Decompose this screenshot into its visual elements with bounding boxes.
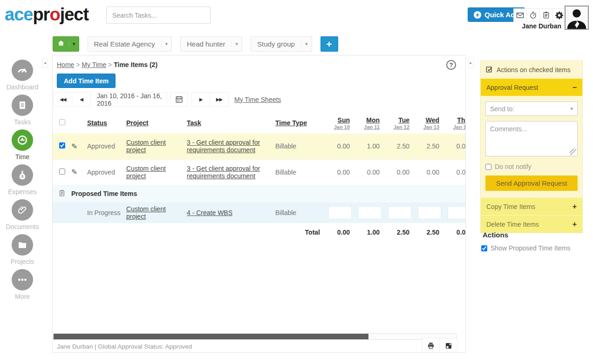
sidebar-item-tasks[interactable]: Tasks <box>0 94 45 126</box>
copy-time-items-title: Copy Time Items <box>486 203 535 210</box>
sidebar-item-dashboard[interactable]: Dashboard <box>0 60 45 91</box>
notes-icon[interactable] <box>540 9 553 21</box>
sidebar-item-projects[interactable]: Projects <box>0 234 45 265</box>
column-header-day[interactable]: TueJan 12 <box>383 112 413 134</box>
approval-request-header[interactable]: Approval Request − <box>481 79 582 96</box>
main-footer: Jane Durban | Global Approval Status: Ap… <box>53 340 465 352</box>
tab-study-group[interactable]: Study group ▾ <box>251 36 312 52</box>
proposed-time-row: In Progress Custom client project 4 - Cr… <box>53 202 465 223</box>
hours-cell: 0.00 <box>324 159 354 185</box>
column-header-status[interactable]: Status <box>87 112 126 134</box>
column-header-day[interactable]: WedJan 13 <box>413 112 443 134</box>
row-checkbox[interactable] <box>59 142 65 148</box>
hours-cell: 0.00 <box>443 159 465 185</box>
task-link[interactable]: 4 - Create WBS <box>187 209 232 216</box>
send-to-placeholder: Send to: <box>490 105 514 113</box>
table-header-row: Status Project Task Time Type SunJan 10 … <box>53 112 465 134</box>
sidebar-item-documents[interactable]: Documents <box>0 199 45 230</box>
sidebar-label: Tasks <box>0 118 45 126</box>
row-checkbox[interactable] <box>59 169 65 175</box>
send-to-select[interactable]: Send to: ▾ <box>485 101 578 116</box>
aceproject-logo: aceproject <box>5 5 89 25</box>
time-entry-input[interactable] <box>418 206 441 219</box>
prev-double-arrow-button[interactable]: ◀◀ <box>54 92 72 107</box>
breadcrumb-home-link[interactable]: Home <box>57 61 74 68</box>
sidebar-label: Dashboard <box>0 83 45 91</box>
select-all-checkbox[interactable] <box>59 119 65 125</box>
date-navigation: ◀◀ ◀ Jan 10, 2016 - Jan 16, 2016 ▶ ▶▶ My… <box>54 92 281 107</box>
tab-real-estate-agency[interactable]: Real Estate Agency ▾ <box>88 36 172 52</box>
collapse-right-arrow[interactable]: ▸ <box>468 58 474 68</box>
chevron-down-icon[interactable]: ▾ <box>232 41 242 47</box>
checked-actions-header: Actions on checked items <box>481 61 582 79</box>
date-range-display: Jan 10, 2016 - Jan 16, 2016 <box>96 92 167 107</box>
status-cell: Approved <box>87 159 126 185</box>
task-link[interactable]: 3 - Get client approval for requirements… <box>187 165 260 180</box>
my-time-sheets-link[interactable]: My Time Sheets <box>234 96 281 103</box>
copy-time-items-header[interactable]: Copy Time Items + <box>481 197 582 215</box>
time-entry-input[interactable] <box>448 206 465 219</box>
approval-request-title: Approval Request <box>486 84 538 91</box>
send-approval-request-button[interactable]: Send Approval Request <box>485 175 578 191</box>
timer-icon[interactable] <box>527 9 540 21</box>
edit-pencil-icon[interactable]: ✎ <box>71 168 77 176</box>
avatar[interactable] <box>565 6 589 30</box>
search-input[interactable] <box>106 7 211 24</box>
gear-icon[interactable] <box>553 9 566 21</box>
next-arrow-button[interactable]: ▶ <box>191 92 210 107</box>
add-time-item-button[interactable]: Add Time Item <box>57 74 116 88</box>
export-icon[interactable] <box>440 338 457 353</box>
home-tab-button[interactable]: ▾ <box>53 36 79 52</box>
column-header-project[interactable]: Project <box>126 112 187 134</box>
proposed-clipboard-icon <box>58 191 66 198</box>
sidebar-label: Documents <box>0 223 45 230</box>
mail-icon[interactable] <box>514 9 527 21</box>
tab-head-hunter[interactable]: Head hunter ▾ <box>180 36 242 52</box>
collapse-minus-icon[interactable]: − <box>573 83 577 92</box>
time-entry-input[interactable] <box>328 206 352 219</box>
show-proposed-checkbox[interactable] <box>481 245 487 251</box>
next-double-arrow-button[interactable]: ▶▶ <box>210 92 229 107</box>
time-entry-input[interactable] <box>358 206 382 219</box>
sidebar-item-expenses[interactable]: $ Expenses <box>0 164 45 195</box>
sidebar-item-time[interactable]: Time <box>0 129 45 161</box>
help-icon[interactable]: ? <box>446 60 456 70</box>
sidebar-item-more[interactable]: More <box>0 269 45 300</box>
proposed-section-header: Proposed Time Items <box>53 185 465 202</box>
plus-circle-icon: + <box>474 11 481 19</box>
edit-pencil-icon[interactable]: ✎ <box>71 142 77 150</box>
column-header-day[interactable]: MonJan 11 <box>354 112 383 134</box>
checked-actions-title: Actions on checked items <box>497 66 571 74</box>
do-not-notify-checkbox[interactable] <box>485 164 491 170</box>
time-entry-input[interactable] <box>388 206 411 219</box>
tab-label: Real Estate Agency <box>88 40 161 48</box>
comments-textarea[interactable] <box>485 121 578 156</box>
project-link[interactable]: Custom client project <box>126 165 166 180</box>
print-icon[interactable] <box>422 338 440 353</box>
expand-plus-icon[interactable]: + <box>573 220 577 229</box>
expand-plus-icon[interactable]: + <box>573 202 577 211</box>
chevron-down-icon[interactable]: ▾ <box>161 41 171 47</box>
project-link[interactable]: Custom client project <box>126 139 166 154</box>
column-header-day[interactable]: ThuJan 14 <box>443 112 465 134</box>
breadcrumb: Home > My Time > Time Items (2) <box>57 61 157 68</box>
sidebar-label: More <box>0 293 45 300</box>
column-header-task[interactable]: Task <box>187 112 275 134</box>
collapse-left-arrow[interactable]: ◂ <box>42 58 48 68</box>
breadcrumb-separator: > <box>108 61 112 68</box>
delete-time-items-header[interactable]: Delete Time Items + <box>481 215 582 233</box>
breadcrumb-my-time-link[interactable]: My Time <box>82 61 106 68</box>
prev-arrow-button[interactable]: ◀ <box>72 92 91 107</box>
chevron-down-icon[interactable]: ▾ <box>301 41 312 47</box>
column-header-time-type[interactable]: Time Type <box>275 112 324 134</box>
calendar-icon[interactable] <box>170 92 188 107</box>
horizontal-scrollbar[interactable] <box>53 333 457 340</box>
sidebar-label: Time <box>0 153 45 161</box>
home-caret-icon[interactable]: ▾ <box>69 41 79 47</box>
column-header-day[interactable]: SunJan 10 <box>324 112 354 134</box>
add-workspace-tab-button[interactable]: + <box>320 36 338 52</box>
time-items-table: Status Project Task Time Type SunJan 10 … <box>53 112 465 242</box>
project-link[interactable]: Custom client project <box>126 205 166 220</box>
task-link[interactable]: 3 - Get client approval for requirements… <box>187 139 260 154</box>
scrollbar-thumb[interactable] <box>54 334 368 339</box>
